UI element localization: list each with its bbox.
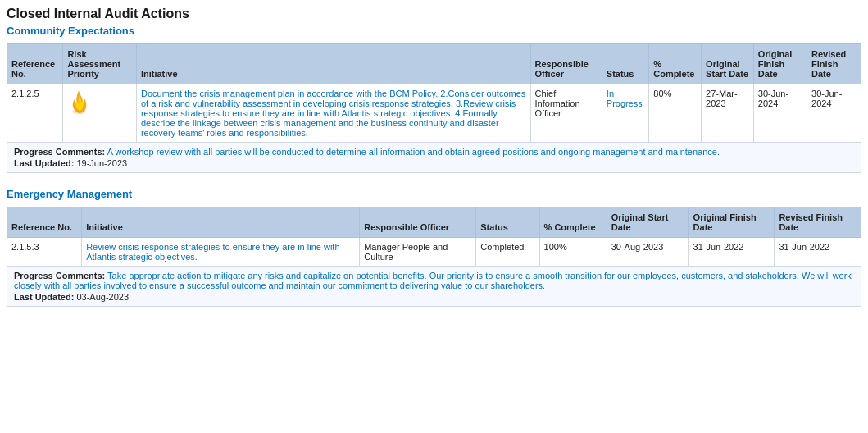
col-header-ref: Reference No. (7, 207, 82, 238)
table-row: 2.1.2.5 Document the crisis management p… (7, 84, 861, 143)
col-header-complete: % Complete (539, 207, 607, 238)
cell-initiative: Document the crisis management plan in a… (136, 84, 530, 143)
progress-row: Progress Comments: A workshop review wit… (7, 143, 861, 173)
section-title-community-expectations: Community Expectations (7, 25, 861, 37)
col-header-officer: Responsible Officer (360, 207, 476, 238)
col-header-start: Original Start Date (607, 207, 688, 238)
col-header-status: Status (602, 44, 649, 84)
last-updated-value: 19-Jun-2023 (76, 158, 127, 168)
section-title-emergency-management: Emergency Management (7, 188, 861, 200)
last-updated-value: 03-Aug-2023 (76, 292, 129, 302)
col-header-officer: Responsible Officer (530, 44, 602, 84)
section-community-expectations: Community ExpectationsReference No.Risk … (7, 25, 861, 173)
progress-row: Progress Comments: Take appropriate acti… (7, 267, 861, 307)
table-row: 2.1.5.3Review crisis response strategies… (7, 238, 861, 267)
cell-finish: 30-Jun-2024 (753, 84, 807, 143)
progress-label: Progress Comments: (14, 147, 105, 157)
last-updated-label: Last Updated: (14, 158, 76, 168)
cell-start: 30-Aug-2023 (607, 238, 688, 267)
cell-revised: 30-Jun-2024 (807, 84, 861, 143)
data-table-community-expectations: Reference No.Risk Assessment PriorityIni… (7, 43, 861, 173)
data-table-emergency-management: Reference No.InitiativeResponsible Offic… (7, 207, 861, 307)
col-header-start: Original Start Date (702, 44, 754, 84)
page-title: Closed Internal Audit Actions (7, 7, 861, 21)
col-header-initiative: Initiative (136, 44, 530, 84)
col-header-status: Status (476, 207, 539, 238)
col-header-ref: Reference No. (7, 44, 63, 84)
col-header-revised: Revised Finish Date (775, 207, 861, 238)
progress-text: A workshop review with all parties will … (105, 147, 720, 157)
cell-finish: 31-Jun-2022 (688, 238, 775, 267)
cell-complete: 80% (649, 84, 702, 143)
cell-status: Completed (476, 238, 539, 267)
section-emergency-management: Emergency ManagementReference No.Initiat… (7, 188, 861, 307)
cell-ref: 2.1.5.3 (7, 238, 82, 267)
progress-comments: Progress Comments: Take appropriate acti… (7, 267, 861, 307)
flame-icon (67, 107, 90, 116)
cell-ref: 2.1.2.5 (7, 84, 63, 143)
col-header-finish: Original Finish Date (688, 207, 775, 238)
cell-status: In Progress (602, 84, 649, 143)
cell-start: 27-Mar-2023 (702, 84, 754, 143)
cell-complete: 100% (539, 238, 607, 267)
cell-revised: 31-Jun-2022 (775, 238, 861, 267)
cell-officer: Manager People and Culture (360, 238, 476, 267)
progress-label: Progress Comments: (14, 271, 105, 280)
progress-comments: Progress Comments: A workshop review wit… (7, 143, 861, 173)
col-header-revised: Revised Finish Date (807, 44, 861, 84)
cell-initiative: Review crisis response strategies to ens… (82, 238, 360, 267)
col-header-initiative: Initiative (82, 207, 360, 238)
col-header-finish: Original Finish Date (753, 44, 807, 84)
col-header-priority: Risk Assessment Priority (63, 44, 137, 84)
progress-text: Take appropriate action to mitigate any … (14, 271, 852, 290)
col-header-complete: % Complete (649, 44, 702, 84)
cell-priority (63, 84, 137, 143)
cell-officer: Chief Information Officer (530, 84, 602, 143)
last-updated-label: Last Updated: (14, 292, 76, 302)
